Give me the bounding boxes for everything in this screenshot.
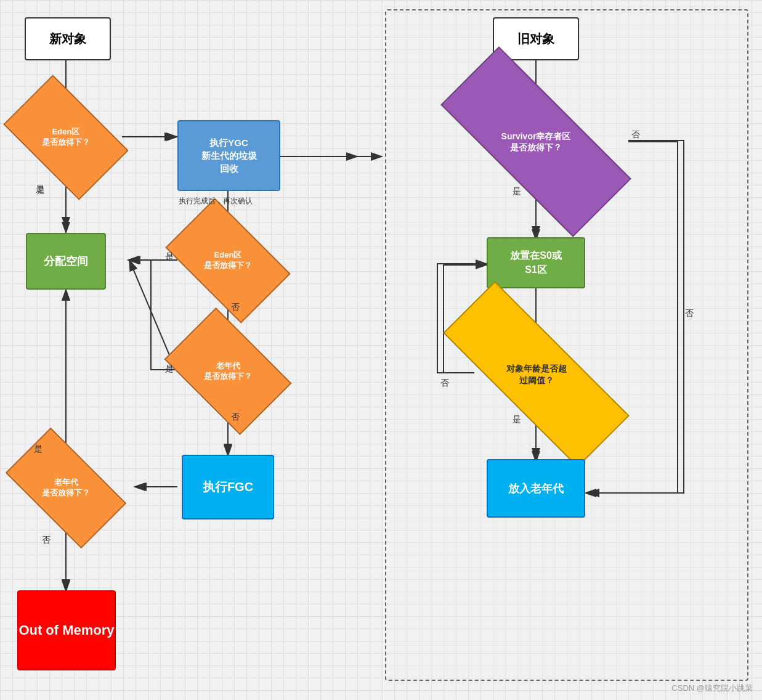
survivor-check-label: Survivor幸存者区 是否放得下？ [501, 131, 571, 153]
old-gen-label: 放入老年代 [508, 481, 564, 496]
alloc-space-label: 分配空间 [44, 254, 88, 269]
label-old2-no: 否 [42, 535, 51, 546]
out-of-memory-node: Out of Memory [17, 590, 116, 670]
old-gen-node: 放入老年代 [487, 459, 585, 518]
old-check1-label: 老年代 是否放得下？ [204, 361, 252, 382]
label-eden1-yes: 是 [36, 184, 44, 195]
label-eden2-no: 否 [231, 302, 240, 313]
eden-check2-node: Eden区 是否放得下？ [176, 227, 280, 295]
execute-fgc-node: 执行FGC [182, 455, 274, 519]
eden-check2-label: Eden区 是否放得下？ [204, 250, 252, 271]
old-check1-node: 老年代 是否放得下？ [176, 336, 280, 407]
label-age-yes: 是 [513, 414, 521, 425]
execute-ygc-node: 执行YGC 新生代的垃圾 回收 [177, 120, 280, 191]
s0s1-label: 放置在S0或 S1区 [510, 249, 562, 277]
old-check2-node: 老年代 是否放得下？ [14, 457, 118, 519]
new-object-label: 新对象 [49, 31, 86, 47]
age-check-label: 对象年龄是否超 过阈值？ [506, 363, 567, 385]
execute-ygc-label: 执行YGC 新生代的垃圾 回收 [201, 136, 257, 175]
label-after-exec: 执行完成后，再次确认 [179, 196, 253, 206]
survivor-check-node: Survivor幸存者区 是否放得下？ [444, 102, 628, 182]
execute-fgc-label: 执行FGC [203, 479, 253, 495]
old-object-label: 旧对象 [517, 31, 554, 47]
label-old2-yes: 是 [34, 444, 43, 455]
alloc-space-node: 分配空间 [26, 233, 106, 290]
label-eden2-yes: 是 [165, 251, 174, 262]
eden-check1-label: Eden区 是否放得下？ [42, 127, 90, 148]
s0s1-node: 放置在S0或 S1区 [487, 237, 585, 288]
out-of-memory-label: Out of Memory [18, 622, 114, 638]
label-survivor-no2: 否 [685, 308, 694, 319]
new-object-node: 新对象 [25, 17, 111, 60]
label-survivor-yes: 是 [513, 186, 521, 197]
label-old1-yes: 是 [165, 364, 174, 375]
old-check2-label: 老年代 是否放得下？ [42, 478, 90, 499]
watermark: CSDN @猿究院小跳菜 [671, 683, 753, 694]
age-check-node: 对象年龄是否超 过阈值？ [442, 339, 630, 410]
label-survivor-no: 否 [631, 129, 640, 140]
flowchart-canvas: 新对象 Eden区 是否放得下？ 执行YGC 新生代的垃圾 回收 分配空间 Ed… [0, 0, 762, 700]
eden-check1-node: Eden区 是否放得下？ [14, 104, 118, 171]
svg-line-7 [129, 260, 176, 370]
label-old1-no: 否 [231, 412, 240, 423]
label-age-no: 否 [440, 378, 449, 389]
